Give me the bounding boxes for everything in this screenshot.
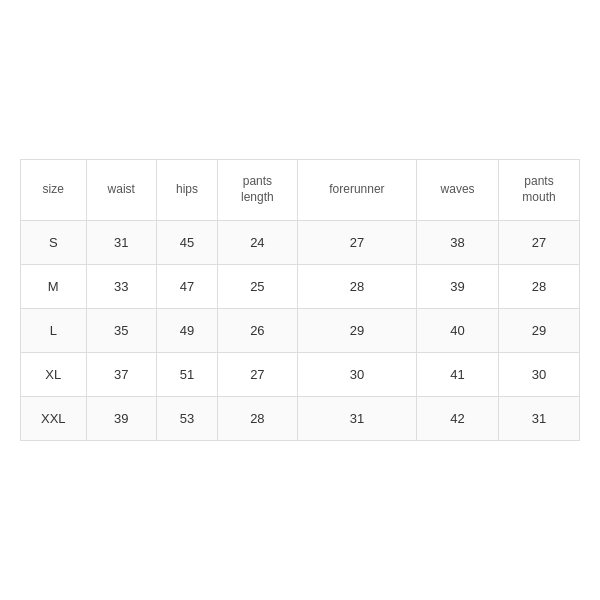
- cell-forerunner: 28: [297, 264, 416, 308]
- cell-pants_length: 25: [218, 264, 298, 308]
- cell-waves: 39: [417, 264, 499, 308]
- size-chart: size waist hips pantslength forerunner w…: [20, 159, 580, 440]
- cell-pants_mouth: 28: [499, 264, 580, 308]
- cell-waist: 39: [86, 396, 156, 440]
- cell-waves: 40: [417, 308, 499, 352]
- cell-size: L: [21, 308, 87, 352]
- cell-pants_length: 27: [218, 352, 298, 396]
- header-waist: waist: [86, 160, 156, 220]
- cell-pants_mouth: 29: [499, 308, 580, 352]
- table-row: XL375127304130: [21, 352, 580, 396]
- table-row: L354926294029: [21, 308, 580, 352]
- header-pants-mouth: pantsmouth: [499, 160, 580, 220]
- cell-hips: 53: [156, 396, 217, 440]
- cell-forerunner: 29: [297, 308, 416, 352]
- cell-size: XXL: [21, 396, 87, 440]
- table-row: XXL395328314231: [21, 396, 580, 440]
- cell-hips: 49: [156, 308, 217, 352]
- cell-forerunner: 31: [297, 396, 416, 440]
- cell-waist: 35: [86, 308, 156, 352]
- cell-size: S: [21, 220, 87, 264]
- cell-waves: 38: [417, 220, 499, 264]
- cell-waist: 31: [86, 220, 156, 264]
- header-hips: hips: [156, 160, 217, 220]
- header-forerunner: forerunner: [297, 160, 416, 220]
- header-pants-length: pantslength: [218, 160, 298, 220]
- cell-waist: 37: [86, 352, 156, 396]
- table-row: S314524273827: [21, 220, 580, 264]
- cell-hips: 47: [156, 264, 217, 308]
- cell-hips: 45: [156, 220, 217, 264]
- table-row: M334725283928: [21, 264, 580, 308]
- cell-waves: 42: [417, 396, 499, 440]
- size-table: size waist hips pantslength forerunner w…: [20, 159, 580, 440]
- cell-waves: 41: [417, 352, 499, 396]
- cell-pants_mouth: 31: [499, 396, 580, 440]
- header-size: size: [21, 160, 87, 220]
- cell-size: XL: [21, 352, 87, 396]
- cell-pants_length: 24: [218, 220, 298, 264]
- header-waves: waves: [417, 160, 499, 220]
- cell-hips: 51: [156, 352, 217, 396]
- cell-pants_length: 26: [218, 308, 298, 352]
- cell-size: M: [21, 264, 87, 308]
- header-row: size waist hips pantslength forerunner w…: [21, 160, 580, 220]
- cell-pants_length: 28: [218, 396, 298, 440]
- cell-forerunner: 30: [297, 352, 416, 396]
- cell-waist: 33: [86, 264, 156, 308]
- cell-pants_mouth: 30: [499, 352, 580, 396]
- cell-pants_mouth: 27: [499, 220, 580, 264]
- cell-forerunner: 27: [297, 220, 416, 264]
